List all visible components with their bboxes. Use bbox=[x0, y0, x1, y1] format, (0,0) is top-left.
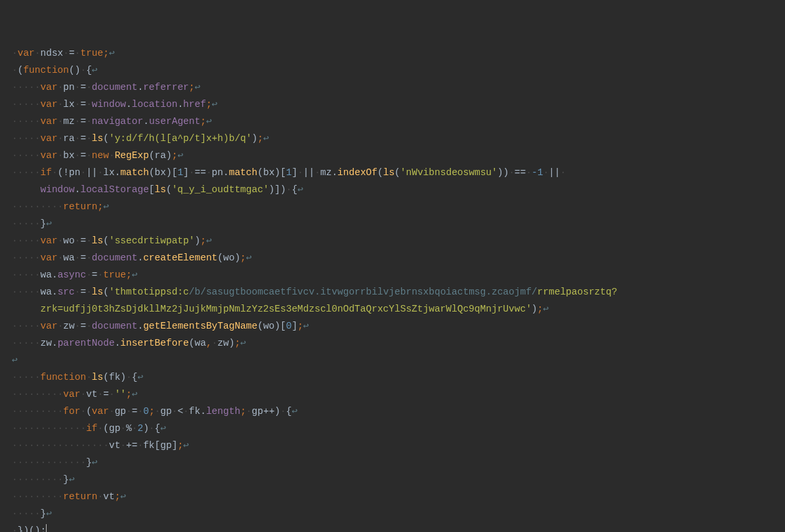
code-editor: ·var·ndsx·=·true;↩ ·(function()·{↩ ·····… bbox=[12, 45, 773, 532]
